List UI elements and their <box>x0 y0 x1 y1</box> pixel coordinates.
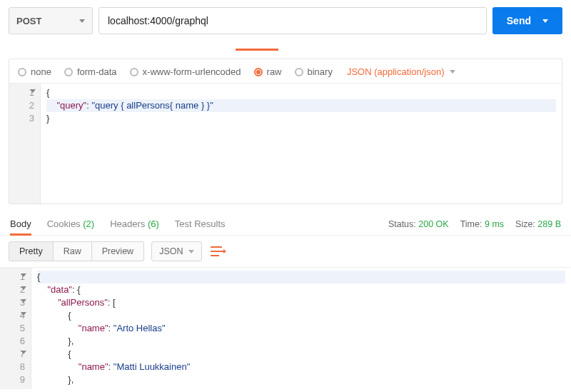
radio-label: binary <box>308 66 333 77</box>
wrap-lines-icon[interactable] <box>211 245 226 258</box>
tab-label: Headers <box>110 218 145 229</box>
code-text: "query { allPersons{ name } }" <box>91 100 213 111</box>
chevron-down-icon <box>450 70 455 74</box>
body-type-row: none form-data x-www-form-urlencoded raw… <box>9 59 562 84</box>
size-value: 289 B <box>537 219 561 229</box>
send-button[interactable]: Send <box>492 7 562 34</box>
content-type-label: JSON (application/json) <box>347 66 445 77</box>
request-body-panel: none form-data x-www-form-urlencoded raw… <box>9 59 562 204</box>
tab-test-results[interactable]: Test Results <box>175 218 226 229</box>
format-raw[interactable]: Raw <box>54 241 92 261</box>
code-text: }, <box>68 374 74 385</box>
code-area[interactable]: { "query": "query { allPersons{ name } }… <box>41 84 562 203</box>
tab-headers[interactable]: Headers (6) <box>110 218 159 229</box>
fold-icon <box>21 312 26 316</box>
fold-icon <box>30 89 36 93</box>
code-text: } <box>46 113 49 124</box>
code-text: { <box>37 271 40 282</box>
chevron-down-icon <box>188 250 194 253</box>
response-body-editor[interactable]: 1 2 3 4 5 6 7 8 9 { "data": { "allPerson… <box>0 268 571 389</box>
radio-label: none <box>31 66 51 77</box>
body-type-urlencoded[interactable]: x-www-form-urlencoded <box>130 66 241 77</box>
fold-icon <box>21 299 26 303</box>
response-format-row: Pretty Raw Preview JSON <box>0 236 571 268</box>
code-area[interactable]: { "data": { "allPersons": [ { "name": "A… <box>31 268 571 389</box>
send-label: Send <box>507 15 531 26</box>
radio-icon <box>295 68 303 76</box>
status-value: 200 OK <box>418 219 448 229</box>
radio-label: form-data <box>77 66 117 77</box>
body-type-binary[interactable]: binary <box>295 66 333 77</box>
fold-icon <box>21 286 26 290</box>
radio-label: raw <box>267 66 282 77</box>
lang-label: JSON <box>159 246 183 256</box>
size-label: Size: <box>515 219 535 229</box>
radio-icon <box>130 68 138 76</box>
radio-icon <box>18 68 26 76</box>
code-text: "allPersons" <box>58 297 108 308</box>
radio-label: x-www-form-urlencoded <box>143 66 241 77</box>
chevron-down-icon <box>79 19 85 23</box>
code-text: "Matti Luukkainen" <box>113 361 191 372</box>
active-tab-indicator <box>236 49 278 51</box>
code-text: "name" <box>79 361 108 372</box>
body-type-form-data[interactable]: form-data <box>64 66 117 77</box>
body-type-none[interactable]: none <box>18 66 51 77</box>
code-text: { <box>68 310 71 321</box>
request-bar: POST Send <box>0 0 571 40</box>
code-text: "Arto Hellas" <box>113 323 166 333</box>
time-value: 9 ms <box>485 219 504 229</box>
response-tabs-row: Body Cookies (2) Headers (6) Test Result… <box>0 211 571 236</box>
response-lang-dropdown[interactable]: JSON <box>151 241 202 261</box>
line-gutter: 1 2 3 <box>9 84 41 203</box>
code-text: "name" <box>79 323 108 333</box>
tab-cookies[interactable]: Cookies (2) <box>47 218 94 229</box>
response-meta: Status: 200 OK Time: 9 ms Size: 289 B <box>388 219 561 229</box>
content-type-dropdown[interactable]: JSON (application/json) <box>347 66 456 77</box>
tab-label: Cookies <box>47 218 81 229</box>
request-body-editor[interactable]: 1 2 3 { "query": "query { allPersons{ na… <box>9 84 562 203</box>
fold-icon <box>21 351 26 354</box>
http-method-dropdown[interactable]: POST <box>9 7 93 34</box>
tab-count: (6) <box>148 218 159 229</box>
time-label: Time: <box>460 219 482 229</box>
tab-count: (2) <box>83 218 94 229</box>
code-text: { <box>46 87 49 98</box>
http-method-label: POST <box>16 16 41 26</box>
radio-icon <box>64 68 73 76</box>
fold-icon <box>21 273 26 277</box>
code-text: }, <box>68 336 74 346</box>
code-text: { <box>68 348 71 359</box>
code-text: "query" <box>56 100 86 111</box>
body-type-raw[interactable]: raw <box>254 66 282 77</box>
format-pretty[interactable]: Pretty <box>9 241 54 261</box>
radio-icon-selected <box>254 68 263 76</box>
line-gutter: 1 2 3 4 5 6 7 8 9 <box>0 268 31 389</box>
status-label: Status: <box>388 219 416 229</box>
request-tabs <box>0 41 571 54</box>
chevron-down-icon <box>542 19 548 23</box>
tab-body[interactable]: Body <box>10 218 31 229</box>
code-text: "data" <box>47 284 72 295</box>
url-input[interactable] <box>98 7 487 34</box>
format-preview[interactable]: Preview <box>92 241 144 261</box>
